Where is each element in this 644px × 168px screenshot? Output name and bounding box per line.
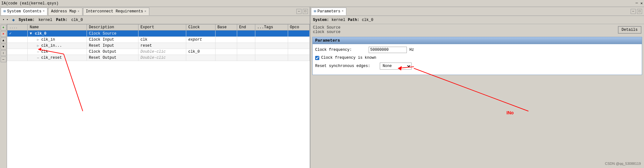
col-dots: ....: [7, 24, 28, 30]
row-tags: [255, 49, 288, 55]
reset-sync-label: Reset synchronous edges:: [315, 64, 377, 68]
remove-btn[interactable]: ×: [1, 31, 6, 37]
row-name: ▷ clk_in...: [28, 43, 87, 49]
title-bar: IA(code (ea1(kernel.qsys) ─ ✕: [0, 0, 644, 7]
row-desc: Clock Output: [87, 49, 138, 55]
tab-interconnect-req[interactable]: Interconnect Requirements ×: [83, 8, 149, 15]
row-end: [237, 55, 255, 61]
tab-close-icon[interactable]: ×: [342, 10, 343, 13]
col-export[interactable]: Export: [138, 24, 186, 30]
tab-label: Interconnect Requirements: [86, 9, 143, 14]
row-desc: Clock Input: [87, 37, 138, 43]
reset-sync-select[interactable]: None Deassert Assert Both: [380, 63, 412, 70]
clock-freq-label: Clock frequency:: [315, 48, 366, 52]
clock-freq-input[interactable]: [369, 47, 407, 53]
row-name: ▼ clk_0: [28, 30, 87, 37]
col-description[interactable]: Description: [87, 24, 138, 30]
reset-sync-row: Reset synchronous edges: None Deassert A…: [315, 63, 639, 70]
table-row[interactable]: — clk Clock Output Double-clic clk_0: [7, 49, 310, 55]
row-clock: clk_0: [186, 49, 216, 55]
port-dash: —: [37, 56, 39, 60]
clock-freq-row: Clock frequency: Hz: [315, 47, 639, 53]
left-tab-bar: ⊞ System Contents × Address Map × Interc…: [0, 7, 310, 16]
tab-system-contents[interactable]: ⊞ System Contents ×: [1, 8, 47, 15]
system-label: System:: [18, 18, 34, 22]
right-system-info-bar: System: kernel Path: clk_0: [310, 16, 644, 24]
row-clock: [186, 30, 216, 37]
component-name: clk_in: [41, 37, 55, 42]
expand-icon: ▼: [30, 31, 32, 36]
row-desc: Reset Output: [87, 55, 138, 61]
row-base: [216, 55, 237, 61]
clock-freq-unit: Hz: [409, 48, 414, 52]
row-clock: [186, 55, 216, 61]
move-down-btn[interactable]: ▼: [1, 44, 6, 50]
table-row[interactable]: ▷ clk_in Clock Input clk export: [7, 37, 310, 43]
component-name: clk_reset: [41, 56, 62, 60]
minimize-panel-btn[interactable]: ─: [296, 9, 301, 14]
tab-close-icon[interactable]: ×: [145, 10, 146, 13]
params-body: Clock frequency: Hz Clock frequency is k…: [313, 44, 642, 75]
row-opco: [288, 37, 309, 43]
right-tab-bar: ⊞ Parameters × ─ □: [310, 7, 644, 16]
path-value: clk_0: [362, 18, 373, 22]
row-check: ✓: [7, 30, 28, 37]
row-check: [7, 37, 28, 43]
tab-label: Parameters: [317, 9, 340, 14]
row-end: [237, 43, 255, 49]
restore-panel-btn[interactable]: □: [303, 9, 308, 14]
row-name: ▷ clk_in: [28, 37, 87, 43]
tab-label: System Contents: [7, 9, 41, 14]
row-tags: [255, 30, 288, 37]
collapse-btn[interactable]: —: [1, 57, 6, 62]
clock-known-row: Clock frequency is known: [315, 56, 639, 60]
row-end: [237, 30, 255, 37]
tab-close-icon[interactable]: ×: [43, 10, 45, 13]
tab-label: Address Map: [51, 9, 76, 14]
port-arrow: ▷: [37, 38, 39, 42]
row-base: [216, 30, 237, 37]
component-name: clk: [41, 50, 48, 54]
minimize-right-btn[interactable]: ─: [631, 9, 636, 14]
table-row[interactable]: — clk_reset Reset Output Double-clic: [7, 55, 310, 61]
col-name[interactable]: Name: [28, 24, 87, 30]
move-up-btn[interactable]: ▲: [1, 37, 6, 43]
row-tags: [255, 55, 288, 61]
tab-address-map[interactable]: Address Map ×: [48, 8, 82, 15]
component-name: clk_in...: [41, 44, 62, 48]
close-icon[interactable]: ✕: [640, 1, 643, 6]
watermark: CSDN @qq_53088119: [605, 162, 641, 165]
clock-known-checkbox[interactable]: [315, 56, 319, 60]
minimize-icon[interactable]: ─: [636, 1, 638, 6]
system-value: kernel: [39, 18, 52, 22]
tab-close-icon[interactable]: ×: [78, 10, 80, 13]
left-panel: ⊞ System Contents × Address Map × Interc…: [0, 7, 310, 168]
component-info: Clock Source clock source: [313, 25, 340, 34]
col-end[interactable]: End: [237, 24, 255, 30]
row-export: [138, 30, 186, 37]
row-name: — clk_reset: [28, 55, 87, 61]
row-desc: Clock Source: [87, 30, 138, 37]
system-label: System:: [313, 18, 329, 22]
col-opco[interactable]: Opco: [288, 24, 309, 30]
details-button[interactable]: Details: [618, 26, 641, 34]
row-clock: export: [186, 37, 216, 43]
title-text: IA(code (ea1(kernel.qsys): [1, 1, 59, 6]
row-check: [7, 43, 28, 49]
tab-icon: ⊞: [314, 9, 316, 14]
table-row[interactable]: ✓ ▼ clk_0 Clock Source: [7, 30, 310, 37]
tab-parameters[interactable]: ⊞ Parameters ×: [311, 8, 346, 15]
add-btn[interactable]: +: [1, 25, 6, 30]
row-export: clk: [138, 37, 186, 43]
table-row[interactable]: ▷ clk_in... Reset Input reset: [7, 43, 310, 49]
parameters-panel: Clock Source clock source Details Parame…: [310, 24, 644, 168]
right-tab-controls: ─ □: [631, 9, 643, 14]
col-base[interactable]: Base: [216, 24, 237, 30]
col-clock[interactable]: Clock: [186, 24, 216, 30]
row-export: Double-clic: [138, 55, 186, 61]
restore-right-btn[interactable]: □: [637, 9, 642, 14]
left-system-info-bar: • • ◆ System: kernel Path: clk_0: [0, 16, 310, 24]
path-label: Path:: [348, 18, 359, 22]
col-tags[interactable]: ...Tags: [255, 24, 288, 30]
expand-btn[interactable]: ↕: [1, 50, 6, 56]
